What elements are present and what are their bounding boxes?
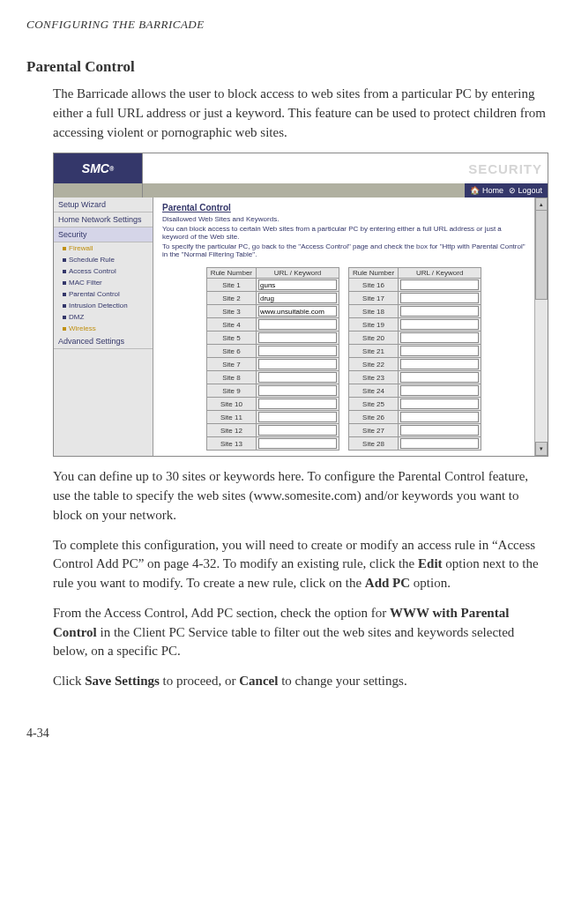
rule-number-cell: Site 16: [349, 279, 399, 292]
panel-title: Parental Control: [162, 203, 526, 212]
rule-row: Site 16: [349, 279, 481, 292]
sidebar-advanced-settings[interactable]: Advanced Settings: [54, 334, 153, 349]
rule-number-cell: Site 5: [206, 332, 256, 345]
rule-url-cell: [257, 279, 339, 292]
url-keyword-input[interactable]: [400, 293, 479, 303]
home-link[interactable]: 🏠 Home: [470, 186, 503, 195]
home-label: Home: [482, 186, 503, 195]
firewall-label: Firewall: [69, 244, 93, 252]
sidebar-security[interactable]: Security: [54, 227, 153, 242]
rule-number-cell: Site 25: [349, 398, 399, 411]
rule-number-cell: Site 12: [206, 424, 256, 437]
rule-number-cell: Site 17: [349, 292, 399, 305]
rule-url-cell: [399, 305, 481, 318]
url-keyword-input[interactable]: [258, 372, 337, 383]
panel-desc2: To specify the particular PC, go back to…: [162, 242, 526, 258]
url-keyword-input[interactable]: [258, 306, 337, 317]
p4-text-c: in the Client PC Service table to filter…: [53, 625, 514, 659]
rule-number-cell: Site 8: [206, 371, 256, 384]
sidebar-setup-wizard[interactable]: Setup Wizard: [54, 197, 153, 212]
logout-link[interactable]: ⊘ Logout: [509, 186, 542, 195]
rule-url-cell: [399, 332, 481, 345]
sidebar-home-network[interactable]: Home Network Settings: [54, 212, 153, 227]
sidebar-firewall[interactable]: Firewall: [54, 242, 153, 254]
dmz-label: DMZ: [69, 313, 84, 321]
main-panel: Parental Control Disallowed Web Sites an…: [153, 197, 534, 456]
p5-save-bold: Save Settings: [85, 674, 160, 688]
url-keyword-input[interactable]: [400, 399, 479, 409]
url-keyword-input[interactable]: [258, 385, 337, 396]
rule-url-cell: [257, 318, 339, 332]
scroll-down-arrow[interactable]: ▾: [535, 442, 548, 456]
rule-row: Site 1: [206, 279, 339, 292]
url-keyword-input[interactable]: [400, 359, 479, 369]
url-keyword-input[interactable]: [258, 425, 337, 436]
url-keyword-input[interactable]: [400, 438, 479, 449]
sidebar-mac-filter[interactable]: MAC Filter: [54, 277, 153, 288]
rule-url-cell: [257, 398, 339, 411]
sidebar-schedule-rule[interactable]: Schedule Rule: [54, 254, 153, 265]
panel-subtitle: Disallowed Web Sites and Keywords.: [162, 215, 526, 223]
rule-number-cell: Site 9: [206, 384, 256, 398]
url-keyword-input[interactable]: [400, 425, 479, 436]
url-keyword-input[interactable]: [400, 346, 479, 356]
url-keyword-input[interactable]: [258, 279, 337, 290]
rule-number-cell: Site 2: [206, 292, 256, 305]
rule-row: Site 12: [206, 424, 339, 437]
rule-row: Site 21: [349, 345, 481, 358]
brand-reg: ®: [109, 166, 114, 172]
page-number: 4-34: [26, 727, 548, 741]
rule-row: Site 22: [349, 358, 481, 371]
url-keyword-input[interactable]: [400, 412, 479, 422]
rule-url-cell: [257, 292, 339, 305]
rule-number-cell: Site 10: [206, 398, 256, 411]
sidebar-wireless[interactable]: Wireless: [54, 323, 153, 334]
brand-bar: SMC® SECURITY: [54, 153, 548, 183]
url-keyword-input[interactable]: [400, 319, 479, 330]
url-keyword-input[interactable]: [258, 319, 337, 330]
rule-row: Site 6: [206, 345, 339, 358]
sidebar-parental-control[interactable]: Parental Control: [54, 288, 153, 300]
rule-row: Site 4: [206, 318, 339, 332]
url-keyword-input[interactable]: [400, 306, 479, 317]
url-keyword-input[interactable]: [258, 359, 337, 369]
intrusion-label: Intrusion Detection: [69, 302, 128, 309]
rule-number-cell: Site 22: [349, 358, 399, 371]
url-keyword-input[interactable]: [258, 346, 337, 356]
rule-row: Site 13: [206, 437, 339, 451]
rule-number-cell: Site 20: [349, 332, 399, 345]
rule-url-cell: [257, 384, 339, 398]
vertical-scrollbar[interactable]: ▴ ▾: [534, 197, 548, 456]
rule-url-cell: [257, 411, 339, 424]
rule-url-cell: [399, 437, 481, 451]
rule-number-cell: Site 23: [349, 371, 399, 384]
url-keyword-input[interactable]: [400, 332, 479, 343]
parental-label: Parental Control: [69, 290, 120, 298]
scroll-thumb[interactable]: [535, 210, 548, 300]
rule-row: Site 8: [206, 371, 339, 384]
url-keyword-input[interactable]: [258, 438, 337, 449]
rule-url-cell: [399, 384, 481, 398]
router-screenshot: SMC® SECURITY 🏠 Home ⊘ Logout Setup Wiza…: [53, 153, 548, 457]
url-keyword-input[interactable]: [400, 372, 479, 383]
url-keyword-input[interactable]: [258, 412, 337, 422]
url-keyword-input[interactable]: [258, 399, 337, 409]
rule-number-cell: Site 18: [349, 305, 399, 318]
p5-text-e: to change your settings.: [278, 674, 406, 688]
sidebar-intrusion-detection[interactable]: Intrusion Detection: [54, 300, 153, 311]
rule-url-cell: [399, 358, 481, 371]
rule-number-cell: Site 6: [206, 345, 256, 358]
paragraph-4: From the Access Control, Add PC section,…: [53, 604, 548, 661]
sidebar-dmz[interactable]: DMZ: [54, 311, 153, 323]
url-keyword-input[interactable]: [400, 279, 479, 290]
sidebar-access-control[interactable]: Access Control: [54, 265, 153, 277]
url-keyword-input[interactable]: [258, 332, 337, 343]
url-keyword-input[interactable]: [400, 385, 479, 396]
url-keyword-input[interactable]: [258, 293, 337, 303]
schedule-label: Schedule Rule: [69, 256, 115, 264]
rule-row: Site 26: [349, 411, 481, 424]
section-title: Parental Control: [26, 58, 548, 76]
rule-url-cell: [257, 358, 339, 371]
rule-row: Site 5: [206, 332, 339, 345]
rule-url-cell: [399, 424, 481, 437]
